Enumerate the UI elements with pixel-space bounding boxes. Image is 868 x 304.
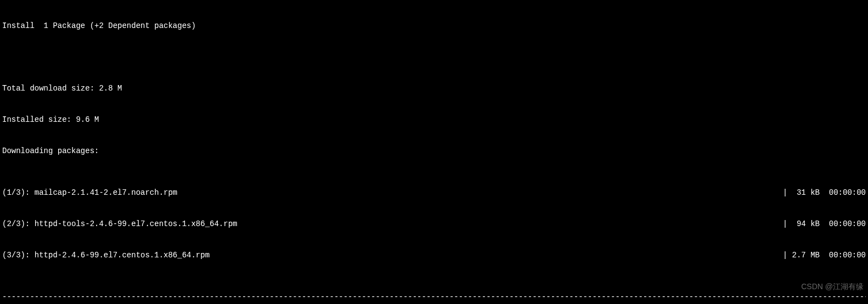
total-download-size: Total download size: 2.8 M bbox=[2, 83, 866, 94]
download-pkg: (1/3): mailcap-2.1.41-2.el7.noarch.rpm bbox=[2, 188, 177, 198]
download-stat: | 94 kB 00:00:00 bbox=[783, 219, 866, 229]
installed-size: Installed size: 9.6 M bbox=[2, 115, 866, 125]
download-row: (1/3): mailcap-2.1.41-2.el7.noarch.rpm |… bbox=[2, 188, 866, 198]
blank-line bbox=[2, 52, 866, 63]
separator-line: ----------------------------------------… bbox=[2, 292, 866, 302]
download-row: (3/3): httpd-2.4.6-99.el7.centos.1.x86_6… bbox=[2, 250, 866, 261]
install-summary: Install 1 Package (+2 Dependent packages… bbox=[2, 21, 866, 31]
download-stat: | 2.7 MB 00:00:00 bbox=[783, 250, 866, 261]
terminal-output[interactable]: Install 1 Package (+2 Dependent packages… bbox=[0, 0, 868, 304]
download-pkg: (2/3): httpd-tools-2.4.6-99.el7.centos.1… bbox=[2, 219, 237, 229]
downloading-label: Downloading packages: bbox=[2, 146, 866, 156]
download-row: (2/3): httpd-tools-2.4.6-99.el7.centos.1… bbox=[2, 219, 866, 229]
download-stat: | 31 kB 00:00:00 bbox=[783, 188, 866, 198]
download-pkg: (3/3): httpd-2.4.6-99.el7.centos.1.x86_6… bbox=[2, 250, 210, 261]
